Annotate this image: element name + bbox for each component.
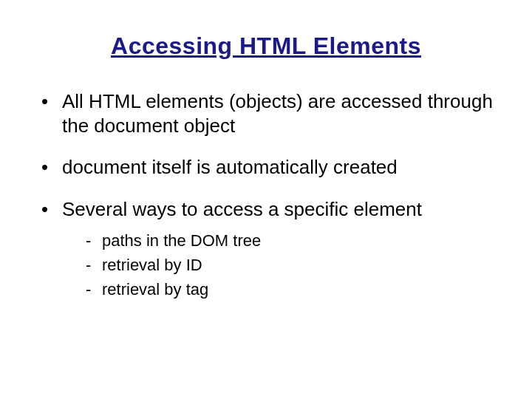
bullet-text: document itself is automatically created — [62, 156, 398, 178]
bullet-text: All HTML elements (objects) are accessed… — [62, 90, 493, 137]
bullet-text: Several ways to access a specific elemen… — [62, 198, 422, 220]
bullet-item: Several ways to access a specific elemen… — [37, 197, 502, 302]
sub-item: retrieval by ID — [84, 253, 502, 277]
sub-item: retrieval by tag — [84, 277, 502, 301]
bullet-item: All HTML elements (objects) are accessed… — [37, 89, 502, 137]
sub-item: paths in the DOM tree — [84, 228, 502, 253]
bullet-item: document itself is automatically created — [37, 155, 502, 180]
sub-text: retrieval by ID — [102, 256, 202, 274]
sub-text: retrieval by tag — [102, 280, 208, 299]
slide: Accessing HTML Elements All HTML element… — [0, 0, 532, 399]
sub-text: paths in the DOM tree — [102, 231, 261, 250]
bullet-list: All HTML elements (objects) are accessed… — [37, 89, 502, 301]
sub-list: paths in the DOM tree retrieval by ID re… — [84, 228, 502, 301]
slide-title: Accessing HTML Elements — [30, 33, 502, 60]
